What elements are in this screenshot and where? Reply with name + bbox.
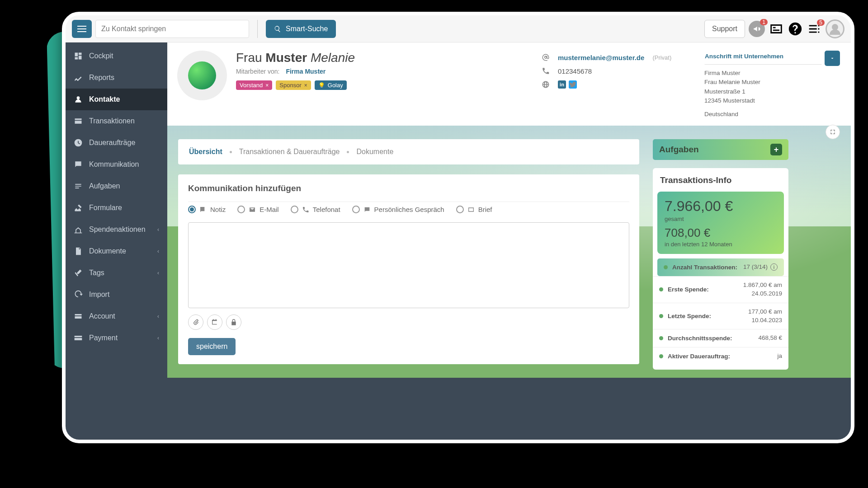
chevron-left-icon: ‹ xyxy=(157,313,159,319)
tag-row: Vorstand×Sponsor×💡Golay xyxy=(236,80,355,90)
search-icon xyxy=(274,25,281,33)
tab-1[interactable]: Transaktionen & Daueraufträge xyxy=(238,145,341,159)
sidebar-item-label: Account xyxy=(89,312,115,320)
sidebar-item-import[interactable]: Import xyxy=(66,284,167,305)
nav-icon xyxy=(74,312,83,321)
phone-icon xyxy=(542,67,550,75)
user-avatar[interactable] xyxy=(826,19,844,38)
sidebar-item-label: Payment xyxy=(89,334,118,342)
divider xyxy=(257,20,258,38)
info-icon[interactable]: i xyxy=(770,263,778,271)
tx-row: Letzte Spende:177,00 € am10.04.2023 xyxy=(653,303,788,329)
comm-type-row: NotizE-MailTelefonatPersönliches Gespräc… xyxy=(188,202,629,220)
profile-header: Frau Muster Melanie Mitarbeiter von: Fir… xyxy=(167,42,851,126)
address-dropdown[interactable] xyxy=(825,51,840,66)
sidebar-item-account[interactable]: Account‹ xyxy=(66,305,167,327)
tasks-title: Aufgaben xyxy=(659,145,699,155)
tab-2[interactable]: Dokumente xyxy=(355,145,394,159)
radio-icon xyxy=(456,206,464,213)
sidebar-item-formulare[interactable]: Formulare xyxy=(66,197,167,219)
id-card-icon[interactable] xyxy=(769,21,784,37)
app-window: Smart-Suche Support 1 5 CockpitReportsKo… xyxy=(62,12,854,443)
email-link[interactable]: mustermelanie@muster.de xyxy=(558,54,644,61)
phone-number: 012345678 xyxy=(558,67,592,75)
sidebar-item-label: Daueraufträge xyxy=(89,139,135,147)
sidebar-item-dokumente[interactable]: Dokumente‹ xyxy=(66,240,167,262)
remove-tag-icon: × xyxy=(304,82,307,89)
calendar-icon[interactable] xyxy=(207,314,222,330)
social-icons: in xyxy=(558,80,577,89)
tx-title: Transaktions-Info xyxy=(653,175,788,192)
tab-bar: ÜbersichtTransaktionen & DaueraufträgeDo… xyxy=(188,139,629,164)
tab-0[interactable]: Übersicht xyxy=(188,145,223,159)
nav-icon xyxy=(74,247,83,256)
support-button[interactable]: Support xyxy=(704,20,745,38)
announce-badge: 1 xyxy=(760,19,768,25)
comm-option-brief[interactable]: Brief xyxy=(456,206,492,213)
comm-type-icon xyxy=(467,206,475,213)
scenic-area: ÜbersichtTransaktionen & DaueraufträgeDo… xyxy=(167,126,851,378)
tag-sponsor[interactable]: Sponsor× xyxy=(276,80,311,90)
comm-type-icon xyxy=(199,206,207,213)
sidebar-item-spendenaktionen[interactable]: Spendenaktionen‹ xyxy=(66,219,167,240)
tag-golay[interactable]: 💡Golay xyxy=(315,80,347,90)
tabs-card: ÜbersichtTransaktionen & DaueraufträgeDo… xyxy=(178,139,639,164)
menu-toggle[interactable] xyxy=(72,20,92,38)
smart-search-label: Smart-Suche xyxy=(286,25,328,33)
twitter-icon[interactable] xyxy=(569,80,577,89)
address-country: Deutschland xyxy=(704,111,840,117)
topbar: Smart-Suche Support 1 5 xyxy=(66,15,851,42)
sidebar-item-cockpit[interactable]: Cockpit xyxy=(66,45,167,67)
company-link[interactable]: Firma Muster xyxy=(286,68,326,75)
sidebar-item-kontakte[interactable]: Kontakte xyxy=(66,89,167,110)
nav-icon xyxy=(74,225,83,234)
smart-search-button[interactable]: Smart-Suche xyxy=(266,20,336,38)
comm-textarea[interactable] xyxy=(188,222,629,308)
sidebar-item-transaktionen[interactable]: Transaktionen xyxy=(66,110,167,132)
tx-row: Erste Spende:1.867,00 € am24.05.2019 xyxy=(653,276,788,303)
sidebar-item-label: Formulare xyxy=(89,204,122,212)
chevron-left-icon: ‹ xyxy=(157,226,159,233)
sidebar-item-label: Tags xyxy=(89,269,104,277)
nav-icon xyxy=(74,182,83,191)
expand-icon[interactable] xyxy=(826,125,840,139)
sidebar-item-tags[interactable]: Tags‹ xyxy=(66,262,167,284)
chevron-left-icon: ‹ xyxy=(157,248,159,254)
address-heading[interactable]: Anschrift mit Unternehmen xyxy=(704,51,822,65)
contact-details: mustermelanie@muster.de (Privat) 0123456… xyxy=(542,51,695,91)
chevron-left-icon: ‹ xyxy=(157,270,159,276)
address-lines: Firma MusterFrau Melanie MusterMusterstr… xyxy=(704,69,840,105)
lock-icon[interactable] xyxy=(226,314,241,330)
tx-summary: 7.966,00 € gesamt 708,00 € in den letzte… xyxy=(657,192,784,254)
footer xyxy=(167,378,851,414)
attach-icon[interactable] xyxy=(188,314,203,330)
comm-option-persönliches-gespräch[interactable]: Persönliches Gespräch xyxy=(352,206,444,213)
at-icon xyxy=(542,53,550,61)
sidebar-item-kommunikation[interactable]: Kommunikation xyxy=(66,154,167,175)
alerts-badge: 5 xyxy=(817,19,825,26)
alerts-icon[interactable]: 5 xyxy=(807,21,822,37)
help-icon[interactable] xyxy=(788,21,803,37)
nav-icon xyxy=(74,52,83,61)
sidebar-item-label: Spendenaktionen xyxy=(89,225,146,234)
sidebar-item-label: Aufgaben xyxy=(89,182,120,190)
communication-card: Kommunikation hinzufügen NotizE-MailTele… xyxy=(178,174,639,364)
globe-icon xyxy=(542,80,550,89)
tx-row: Anzahl Transaktionen:17 (3/14)i xyxy=(657,258,784,276)
sidebar-item-label: Dokumente xyxy=(89,247,126,255)
announcements-icon[interactable]: 1 xyxy=(749,21,765,37)
transaction-info-card: Transaktions-Info 7.966,00 € gesamt 708,… xyxy=(653,168,788,370)
sidebar-item-payment[interactable]: Payment‹ xyxy=(66,327,167,349)
comm-option-telefonat[interactable]: Telefonat xyxy=(291,206,340,213)
sidebar-item-reports[interactable]: Reports xyxy=(66,67,167,89)
save-button[interactable]: speichern xyxy=(188,338,236,355)
sidebar-item-daueraufträge[interactable]: Daueraufträge xyxy=(66,132,167,154)
add-task-button[interactable]: + xyxy=(770,144,782,155)
sidebar-item-label: Kommunikation xyxy=(89,160,139,169)
tag-vorstand[interactable]: Vorstand× xyxy=(236,80,272,90)
comm-option-notiz[interactable]: Notiz xyxy=(188,206,226,213)
comm-option-e-mail[interactable]: E-Mail xyxy=(237,206,279,213)
contact-jump-input[interactable] xyxy=(95,20,249,38)
sidebar-item-aufgaben[interactable]: Aufgaben xyxy=(66,175,167,197)
linkedin-icon[interactable]: in xyxy=(558,80,566,89)
